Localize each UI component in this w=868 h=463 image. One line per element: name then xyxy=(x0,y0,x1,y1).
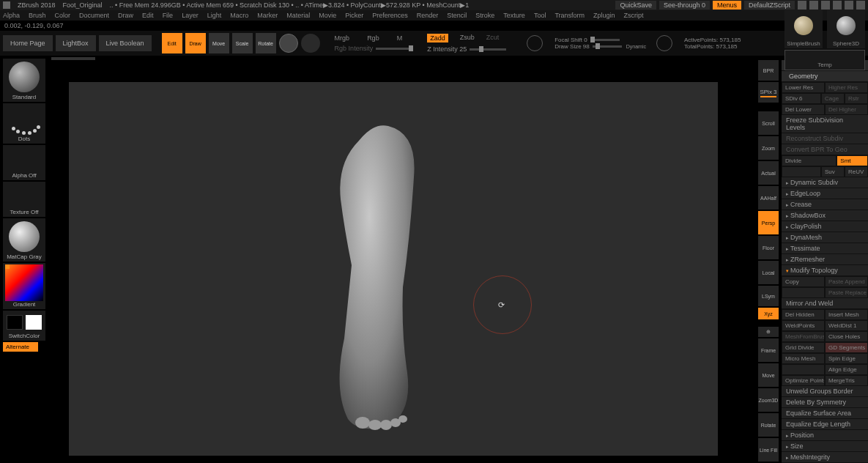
swatch-white[interactable] xyxy=(26,315,42,330)
divide-button[interactable]: Divide xyxy=(782,155,837,166)
rstr-button[interactable]: Rstr xyxy=(845,93,868,104)
alternate-button[interactable]: Alternate xyxy=(3,342,38,352)
stroke-dots[interactable]: Dots xyxy=(3,103,45,144)
seethrough-slider[interactable]: See-through 0 xyxy=(659,1,710,10)
claypolish-section[interactable]: ClayPolish xyxy=(782,221,868,232)
texture-off[interactable]: Texture Off xyxy=(3,182,45,217)
sculptris-icon[interactable] xyxy=(301,34,320,53)
menu-stencil[interactable]: Stencil xyxy=(447,12,467,19)
drawsize-slider[interactable] xyxy=(593,45,622,48)
meshfrombrush-button[interactable]: MeshFromBrush xyxy=(782,331,825,342)
lowerres-button[interactable]: Lower Res xyxy=(782,82,825,93)
actual-button[interactable]: Actual xyxy=(758,161,779,185)
menu-transform[interactable]: Transform xyxy=(554,12,585,19)
eqedge-button[interactable]: Equalize Edge Length xyxy=(782,419,868,430)
zremesher-section[interactable]: ZRemesher xyxy=(782,254,868,265)
titlebar-icon-6[interactable] xyxy=(856,1,865,10)
tool-thumb-sphere3d[interactable]: Sphere3D xyxy=(827,10,865,48)
menus-button[interactable]: Menus xyxy=(713,1,741,10)
aahalf-button[interactable]: AAHalf xyxy=(758,186,779,210)
insertmesh-button[interactable]: Insert Mesh xyxy=(825,309,868,320)
dynamicsubdiv-section[interactable]: Dynamic Subdiv xyxy=(782,177,868,188)
zcut-toggle[interactable]: Zcut xyxy=(486,34,500,42)
delhigher-button[interactable]: Del Higher xyxy=(825,104,868,115)
cage-button[interactable]: Cage xyxy=(821,93,845,104)
xyz-button[interactable]: Xyz xyxy=(758,308,779,319)
dellower-button[interactable]: Del Lower xyxy=(782,104,825,115)
defaultzscript-button[interactable]: DefaultZScript xyxy=(744,1,795,10)
optimize-button[interactable]: Optimize Points xyxy=(782,375,825,386)
rgb-toggle[interactable]: Rgb xyxy=(367,34,379,42)
menu-tool[interactable]: Tool xyxy=(534,12,546,19)
menu-movie[interactable]: Movie xyxy=(319,12,336,19)
color-picker[interactable]: Gradient xyxy=(3,263,45,309)
xpose-icon[interactable]: ⊕ xyxy=(758,327,779,337)
convertbpr-button[interactable]: Convert BPR To Geo xyxy=(782,144,868,155)
lsym-button[interactable]: LSym xyxy=(758,286,779,306)
swatch-black[interactable] xyxy=(7,315,23,330)
weldpoints-button[interactable]: WeldPoints xyxy=(782,320,825,331)
titlebar-icon-1[interactable] xyxy=(798,1,806,10)
griddivide-button[interactable]: Grid Divide xyxy=(782,342,825,353)
menu-picker[interactable]: Picker xyxy=(345,12,363,19)
mirror-button[interactable]: Mirror And Weld xyxy=(782,298,868,309)
quicksave-button[interactable]: QuickSave xyxy=(615,1,656,10)
menu-material[interactable]: Material xyxy=(286,12,310,19)
closeholes-button[interactable]: Close Holes xyxy=(825,331,868,342)
dynamesh-section[interactable]: DynaMesh xyxy=(782,232,868,243)
reuv-button[interactable]: ReUV xyxy=(845,166,868,177)
pasteappend-button[interactable]: Paste Append xyxy=(825,276,868,287)
welddist-slider[interactable]: WeldDist 1 xyxy=(825,320,868,331)
draw-button[interactable]: Draw xyxy=(185,33,206,53)
menu-preferences[interactable]: Preferences xyxy=(372,12,408,19)
delhidden-button[interactable]: Del Hidden xyxy=(782,309,825,320)
menu-zplugin[interactable]: Zplugin xyxy=(593,12,615,19)
menu-zscript[interactable]: Zscript xyxy=(624,12,644,19)
eqsurf-button[interactable]: Equalize Surface Area xyxy=(782,408,868,419)
zoom3d-button[interactable]: Zoom3D xyxy=(758,388,779,412)
alpha-off[interactable]: Alpha Off xyxy=(3,145,45,180)
spix-button[interactable]: SPix 3 xyxy=(758,82,779,103)
persp-button[interactable]: Persp xyxy=(758,211,779,234)
gdsegments-slider[interactable]: GD Segments 3 xyxy=(825,342,868,353)
zadd-toggle[interactable]: Zadd xyxy=(427,34,448,42)
tool-thumb-simplebrush[interactable]: SimpleBrush xyxy=(784,10,823,48)
linefill-button[interactable]: Line Fill xyxy=(758,438,779,462)
menu-color[interactable]: Color xyxy=(55,12,71,19)
gizmo3d-icon[interactable] xyxy=(279,34,298,53)
unweld-button[interactable]: Unweld Groups Border xyxy=(782,386,868,397)
menu-macro[interactable]: Macro xyxy=(230,12,248,19)
sdiv-slider[interactable]: SDiv 6 xyxy=(782,93,821,104)
menu-alpha[interactable]: Alpha xyxy=(3,12,20,19)
delsym-button[interactable]: Delete By Symmetry xyxy=(782,397,868,408)
meshintegrity-section[interactable]: MeshIntegrity xyxy=(782,452,868,463)
matcap-gray[interactable]: MatCap Gray xyxy=(3,218,45,262)
pastereplace-button[interactable]: Paste Replace xyxy=(825,287,868,298)
crease-section[interactable]: Crease xyxy=(782,199,868,210)
menu-draw[interactable]: Draw xyxy=(118,12,133,19)
menu-light[interactable]: Light xyxy=(207,12,222,19)
menu-render[interactable]: Render xyxy=(417,12,439,19)
edit-button[interactable]: Edit xyxy=(162,33,182,53)
shadowbox-section[interactable]: ShadowBox xyxy=(782,210,868,221)
suv-button[interactable]: Suv xyxy=(821,166,845,177)
scroll-button[interactable]: Scroll xyxy=(758,111,779,135)
menu-edit[interactable]: Edit xyxy=(142,12,154,19)
titlebar-icon-3[interactable] xyxy=(821,1,830,10)
rotate-button[interactable]: Rotate xyxy=(256,33,276,53)
zoom-button[interactable]: Zoom xyxy=(758,136,779,160)
alignedge-button[interactable]: Align Edge xyxy=(825,364,868,375)
copy-button[interactable]: Copy xyxy=(782,276,825,287)
edgeloop-section[interactable]: EdgeLoop xyxy=(782,188,868,199)
titlebar-icon-5[interactable] xyxy=(845,1,853,10)
menu-layer[interactable]: Layer xyxy=(182,12,199,19)
smt-button[interactable]: Smt xyxy=(837,155,868,166)
higherres-button[interactable]: Higher Res xyxy=(825,82,868,93)
menu-document[interactable]: Document xyxy=(79,12,109,19)
homepage-button[interactable]: Home Page xyxy=(3,35,53,51)
titlebar-icon-4[interactable] xyxy=(833,1,842,10)
scale-button[interactable]: Scale xyxy=(232,33,253,53)
rgbintensity-slider[interactable] xyxy=(376,48,412,50)
m-toggle[interactable]: M xyxy=(397,34,403,42)
titlebar-icon-2[interactable] xyxy=(809,1,818,10)
